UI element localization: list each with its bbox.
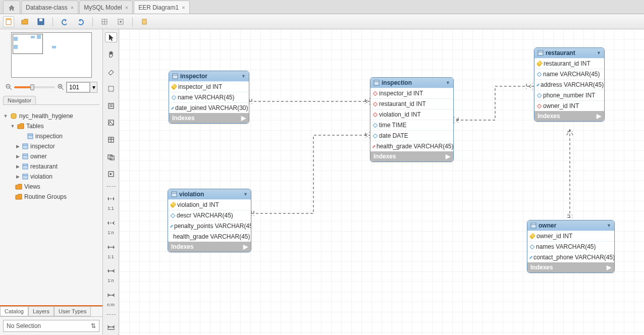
column-label: health_grade VARCHAR(45) (173, 233, 250, 240)
zoom-dropdown[interactable]: ▾ (90, 82, 97, 92)
svg-rect-71 (172, 192, 177, 197)
column-label: date_joined VARCHAR(30) (175, 104, 248, 111)
svg-rect-77 (531, 223, 536, 228)
open-button[interactable] (19, 16, 30, 27)
schema-node[interactable]: ▼ nyc_health_hygiene (1, 111, 101, 121)
zoom-slider[interactable] (14, 86, 55, 88)
new-doc-button[interactable] (3, 16, 14, 27)
table-label: violation (30, 173, 52, 180)
column-label: name VARCHAR(45) (178, 94, 234, 101)
hand-tool[interactable] (105, 49, 117, 60)
eraser-tool[interactable] (105, 67, 117, 77)
tab-mysql-model[interactable]: MySQL Model× (79, 1, 133, 14)
layers-tab[interactable]: Layers (28, 307, 54, 316)
svg-line-11 (62, 88, 64, 90)
table-tool[interactable] (105, 135, 117, 145)
chevron-down-icon[interactable]: ▼ (241, 74, 246, 79)
column-label: violation_id INT (379, 111, 421, 118)
fk-icon (373, 112, 378, 117)
rel-label: 1:1 (108, 254, 114, 259)
tab-eer-diagram[interactable]: EER Diagram1× (134, 1, 189, 14)
home-tab[interactable] (3, 1, 20, 14)
routines-node[interactable]: Routine Groups (1, 192, 101, 202)
rel-1-1-ident[interactable] (105, 242, 117, 252)
pointer-tool[interactable] (105, 32, 117, 42)
entity-title: owner (539, 222, 556, 229)
entity-title: violation (179, 191, 204, 198)
column-icon (536, 83, 540, 86)
entity-restaurant[interactable]: restaurant▼ restaurant_id INT name VARCH… (534, 47, 605, 122)
tables-node[interactable]: ▼ Tables (1, 121, 101, 131)
rel-label: n:m (107, 302, 115, 307)
chevron-right-icon[interactable]: ▶ (597, 113, 601, 120)
close-icon[interactable]: × (182, 5, 185, 11)
align-toggle[interactable] (115, 16, 126, 27)
entity-inspector[interactable]: inspector▼ inspector_id INT name VARCHAR… (169, 71, 249, 124)
rel-label: 1:1 (108, 206, 114, 211)
table-node-inspector[interactable]: ▶inspector (1, 141, 101, 151)
entity-inspection[interactable]: inspection▼ inspector_id INT restaurant_… (370, 77, 454, 162)
rel-label: 1:n (108, 278, 114, 283)
svg-line-57 (365, 132, 370, 135)
toolbar (0, 14, 644, 29)
entity-violation[interactable]: violation▼ violation_id INT descr VARCHA… (168, 189, 251, 252)
separator (106, 314, 116, 315)
pk-icon (536, 61, 543, 67)
entity-title: restaurant (546, 49, 575, 57)
navigator-tab[interactable]: Navigator (3, 96, 36, 104)
rel-1-n-nonident[interactable] (105, 218, 117, 228)
routine-tool[interactable] (105, 169, 117, 179)
grid-toggle[interactable] (99, 16, 110, 27)
table-node-inspection[interactable]: inspection (1, 131, 101, 141)
usertypes-tab[interactable]: User Types (54, 307, 91, 316)
rel-existing[interactable] (105, 322, 117, 332)
save-button[interactable] (35, 16, 46, 27)
chevron-down-icon[interactable]: ▼ (607, 223, 611, 228)
column-label: names VARCHAR(45) (536, 243, 596, 250)
chevron-right-icon[interactable]: ▶ (241, 115, 246, 122)
svg-point-5 (120, 21, 122, 23)
zoom-in-icon[interactable] (57, 83, 64, 92)
entity-owner[interactable]: owner▼ owner_id INT names VARCHAR(45) co… (527, 220, 615, 273)
table-node-violation[interactable]: ▶violation (1, 172, 101, 182)
image-tool[interactable] (105, 118, 117, 128)
zoom-out-icon[interactable] (5, 83, 12, 92)
column-icon (172, 95, 177, 100)
chevron-down-icon[interactable]: ▼ (243, 192, 248, 197)
table-node-owner[interactable]: ▶owner (1, 151, 101, 161)
views-label: Views (24, 183, 40, 190)
export-button[interactable] (139, 16, 150, 27)
catalog-tab[interactable]: Catalog (0, 307, 28, 316)
diagram-canvas[interactable]: inspector▼ inspector_id INT name VARCHAR… (119, 29, 644, 335)
indexes-label: Indexes (171, 243, 194, 250)
rel-1-1-nonident[interactable] (105, 194, 117, 204)
chevron-right-icon[interactable]: ▶ (607, 264, 611, 271)
view-tool[interactable] (105, 152, 117, 162)
layer-tool[interactable] (105, 84, 117, 94)
undo-button[interactable] (59, 16, 70, 27)
table-node-restaurant[interactable]: ▶restaurant (1, 161, 101, 172)
rel-1-n-ident[interactable] (105, 266, 117, 276)
chevron-down-icon[interactable]: ▼ (446, 80, 450, 85)
rel-n-m[interactable] (105, 290, 117, 300)
table-icon (22, 143, 28, 149)
svg-rect-25 (109, 86, 114, 91)
tab-database-class[interactable]: Database-class× (21, 1, 78, 14)
zoom-value[interactable]: 101 (67, 82, 90, 92)
table-icon (22, 153, 28, 159)
selection-dropdown[interactable]: No Selection ⇅ (3, 320, 99, 332)
chevron-right-icon[interactable]: ▶ (243, 243, 248, 250)
chevron-down-icon[interactable]: ▼ (597, 50, 601, 55)
database-icon (10, 113, 17, 120)
close-icon[interactable]: × (71, 5, 74, 11)
column-icon (530, 244, 535, 249)
tab-label: EER Diagram1 (138, 4, 179, 11)
redo-button[interactable] (75, 16, 86, 27)
text-tool[interactable] (105, 101, 117, 111)
column-label: health_grade VARCHAR(45) (377, 143, 454, 150)
views-node[interactable]: Views (1, 182, 101, 192)
pk-icon (170, 202, 177, 208)
chevron-right-icon[interactable]: ▶ (446, 153, 450, 160)
close-icon[interactable]: × (125, 5, 128, 11)
navigator-preview[interactable] (11, 32, 92, 78)
